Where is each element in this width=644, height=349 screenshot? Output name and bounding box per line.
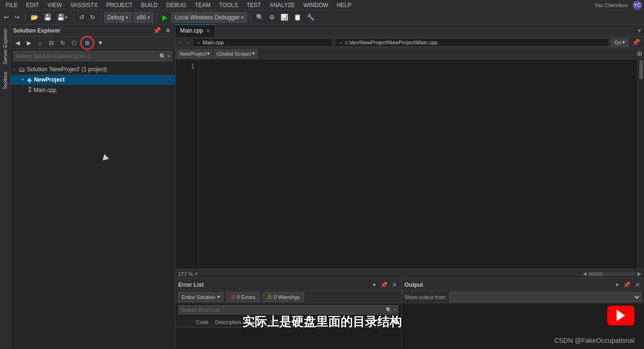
nav-fwd-btn[interactable]: → [185, 39, 190, 46]
se-search-icon[interactable]: 🔍 [157, 53, 168, 59]
main-toolbar: ↩ ↪ 📂 💾 💾+ ↺ ↻ Debug ▾ x86 ▾ ▶ Local Win… [0, 10, 644, 25]
el-close-btn[interactable]: ✕ [391, 281, 398, 289]
project-dropdown[interactable]: NewProject ▾ [177, 50, 212, 58]
tree-item-solution[interactable]: ▷ 🗂 Solution 'NewProject' (1 project) [10, 64, 175, 75]
menu-debug[interactable]: DEBUG [163, 1, 190, 9]
el-col-file[interactable]: File [268, 319, 282, 325]
se-sync-btn[interactable]: ⬡ [69, 38, 79, 48]
menu-project[interactable]: PROJECT [102, 1, 136, 9]
editor-tab-main-cpp[interactable]: Main.cpp ✕ [175, 25, 215, 37]
nav-path-arrow: → [196, 40, 201, 45]
user-avatar[interactable]: YC [633, 0, 642, 10]
toolbar-extra2[interactable]: 📊 [279, 13, 290, 22]
toolbar-redo[interactable]: ↻ [88, 13, 97, 22]
toolbox-tab[interactable]: Toolbox [1, 68, 9, 93]
server-explorer-tab[interactable]: Server Explorer [1, 25, 9, 68]
toolbar-open[interactable]: 📂 [29, 13, 40, 22]
code-content[interactable] [199, 59, 637, 269]
el-col-project[interactable]: Project [245, 319, 266, 325]
code-editor[interactable]: 1 [175, 59, 644, 269]
menu-tools[interactable]: TOOLS [215, 1, 242, 9]
se-close-btn[interactable]: ✕ [164, 26, 172, 34]
platform-arrow: ▾ [148, 15, 150, 20]
user-name: Yan Chernikov [594, 2, 628, 8]
el-pin-btn[interactable]: 📌 [379, 281, 389, 289]
project-label: NewProject [34, 76, 65, 83]
project-icon: ◆ [27, 76, 32, 83]
menu-help[interactable]: HELP [333, 1, 355, 9]
warnings-badge[interactable]: ⚠ 0 Warnings [263, 292, 304, 302]
el-dropdown-btn[interactable]: ▾ [372, 281, 377, 289]
toolbar-undo[interactable]: ↺ [77, 13, 86, 22]
op-pin-btn[interactable]: 📌 [622, 281, 632, 289]
menu-edit[interactable]: EDIT [22, 1, 42, 9]
nav2-pin-btn[interactable]: ⊞ [637, 50, 642, 57]
scroll-thumb[interactable] [639, 60, 643, 79]
platform-dropdown[interactable]: x86 ▾ [133, 12, 153, 23]
menu-file[interactable]: FILE [2, 1, 21, 9]
menu-window[interactable]: WINDOW [299, 1, 332, 9]
se-search-bar: 🔍 ▾ [13, 51, 172, 61]
nav-go-btn[interactable]: Go ▾ [611, 38, 628, 47]
nav-pin-btn[interactable]: 📌 [630, 39, 642, 46]
se-fwd-btn[interactable]: ▶ [24, 38, 34, 48]
config-label: Debug [107, 14, 124, 21]
se-show-files-btn[interactable]: ⊞ [82, 38, 92, 48]
se-filter-btn[interactable]: ▼ [95, 38, 106, 48]
toolbar-extra1[interactable]: ⚙ [267, 13, 277, 22]
scope-dropdown[interactable]: (Global Scope) ▾ [214, 50, 257, 58]
tree-item-project[interactable]: ▼ ◆ NewProject [10, 75, 175, 85]
menu-build[interactable]: BUILD [137, 1, 161, 9]
toolbar-extra4[interactable]: 🔧 [305, 13, 316, 22]
horizontal-scrollbar[interactable] [588, 272, 636, 276]
el-search-icon[interactable]: 🔍 [384, 307, 394, 313]
debugger-dropdown[interactable]: Local Windows Debugger ▾ [172, 12, 247, 23]
toolbar-save[interactable]: 💾 [42, 13, 53, 22]
vertical-scrollbar[interactable] [637, 59, 644, 269]
op-dropdown-btn[interactable]: ▾ [614, 281, 620, 289]
se-back-btn[interactable]: ◀ [12, 38, 23, 48]
el-col-code[interactable]: Code [193, 319, 211, 325]
zoom-dropdown-btn[interactable]: ▾ [195, 271, 198, 277]
toolbar-separator-1 [25, 13, 25, 22]
toolbar-separator-2 [74, 13, 74, 22]
op-source-dropdown[interactable] [449, 292, 641, 302]
el-search-dropdown-btn[interactable]: ▾ [394, 307, 396, 312]
menu-team[interactable]: TEAM [191, 1, 214, 9]
youtube-button[interactable] [607, 306, 635, 325]
se-search-input[interactable] [14, 53, 157, 59]
nav-path-icon: → [338, 40, 343, 45]
zoom-scroll-right[interactable]: ▶ [637, 271, 641, 277]
op-close-btn[interactable]: ✕ [634, 281, 641, 289]
se-collapse-btn[interactable]: ⊟ [46, 38, 57, 48]
menu-view[interactable]: VIEW [44, 1, 66, 9]
toolbar-save-all[interactable]: 💾+ [55, 13, 70, 22]
zoom-level: 177 % [178, 271, 193, 277]
tree-item-main-cpp[interactable]: ⁑ Main.cpp [10, 85, 175, 95]
menu-vassistx[interactable]: VASSISTX [66, 1, 101, 9]
se-home-btn[interactable]: ⌂ [35, 38, 45, 48]
el-col-description[interactable]: Description [212, 319, 244, 325]
se-search-dropdown[interactable]: ▾ [168, 54, 170, 58]
config-dropdown[interactable]: Debug ▾ [104, 12, 132, 23]
menu-analyze[interactable]: ANALYZE [266, 1, 299, 9]
el-search-input[interactable] [179, 307, 384, 313]
el-filter-dropdown[interactable]: Entire Solution ▾ [178, 292, 223, 302]
run-button[interactable]: ▶ [160, 12, 170, 23]
nav-back-btn[interactable]: ← [177, 39, 183, 46]
error-dot-icon: ⊗ [231, 293, 236, 300]
tab-dropdown-btn[interactable]: ▾ [635, 26, 644, 35]
menu-test[interactable]: TEST [243, 1, 265, 9]
se-refresh-btn[interactable]: ↻ [58, 38, 68, 48]
zoom-scroll-left[interactable]: ◀ [583, 271, 586, 277]
h-scroll-thumb [588, 272, 603, 276]
toolbar-extra3[interactable]: 📋 [292, 13, 303, 22]
errors-badge[interactable]: ⊗ 0 Errors [226, 292, 260, 302]
line-numbers: 1 [175, 59, 199, 269]
main-cpp-label: Main.cpp [33, 87, 57, 93]
toolbar-search[interactable]: 🔍 [254, 13, 265, 22]
toolbar-btn-1[interactable]: ↩ [2, 13, 11, 22]
toolbar-btn-2[interactable]: ↪ [13, 13, 22, 22]
se-pin-btn[interactable]: 📌 [152, 26, 162, 34]
tab-close-main-cpp[interactable]: ✕ [206, 28, 210, 34]
